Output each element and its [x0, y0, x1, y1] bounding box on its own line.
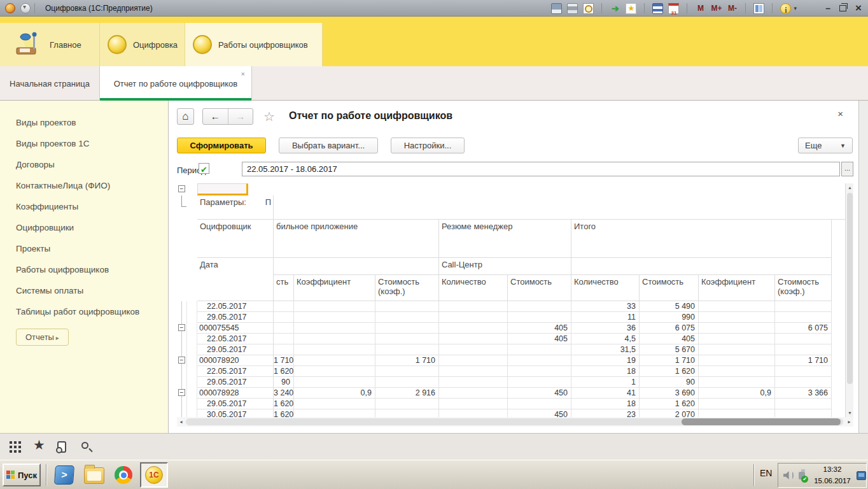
value-cell[interactable]: 1 620	[274, 409, 294, 417]
row-expander-icon[interactable]	[178, 324, 185, 331]
generate-button[interactable]: Сформировать	[177, 138, 266, 153]
value-cell[interactable]	[508, 312, 571, 323]
value-cell[interactable]	[508, 399, 571, 409]
tab-report[interactable]: Отчет по работе оцифровщиков	[100, 66, 252, 101]
speaker-icon[interactable]	[783, 471, 790, 479]
value-cell[interactable]: 33	[571, 301, 640, 312]
value-cell[interactable]	[439, 344, 508, 355]
value-cell[interactable]: 6 075	[640, 323, 699, 334]
memory-minus-icon[interactable]: M-	[727, 3, 738, 14]
date-cell[interactable]: 30.05.2017	[197, 409, 274, 417]
value-cell[interactable]	[294, 344, 375, 355]
value-cell[interactable]: 1 620	[274, 399, 294, 409]
value-cell[interactable]	[508, 301, 571, 312]
value-cell[interactable]	[439, 366, 508, 377]
header-date[interactable]: Дата	[197, 258, 274, 301]
value-cell[interactable]	[775, 344, 832, 355]
value-cell[interactable]: 2 916	[375, 388, 439, 399]
value-cell[interactable]	[375, 377, 439, 388]
value-cell[interactable]	[439, 388, 508, 399]
scroll-up-icon[interactable]	[846, 183, 854, 192]
subheader-cell[interactable]: Количество	[439, 275, 508, 301]
header-empty-cell[interactable]	[571, 258, 832, 275]
value-cell[interactable]	[699, 344, 775, 355]
value-cell[interactable]	[294, 366, 375, 377]
value-cell[interactable]	[775, 334, 832, 344]
value-cell[interactable]: 11	[571, 312, 640, 323]
ribbon-section-main[interactable]: Главное	[0, 23, 99, 66]
value-cell[interactable]	[699, 399, 775, 409]
usb-device-icon[interactable]	[799, 472, 806, 479]
value-cell[interactable]	[508, 366, 571, 377]
value-cell[interactable]: 1 710	[775, 355, 832, 366]
subheader-cell[interactable]: Коэффициент	[699, 275, 775, 301]
date-cell[interactable]: 29.05.2017	[197, 344, 274, 355]
memory-icon[interactable]: M	[695, 3, 706, 14]
value-cell[interactable]: 405	[640, 334, 699, 344]
value-cell[interactable]: 36	[571, 323, 640, 334]
split-window-icon[interactable]	[753, 3, 764, 14]
value-cell[interactable]	[775, 409, 832, 417]
value-cell[interactable]: 41	[571, 388, 640, 399]
value-cell[interactable]: 1 710	[274, 355, 294, 366]
subheader-cell[interactable]: Стоимость (коэф.)	[375, 275, 439, 301]
1c-taskbar-button[interactable]: 1С	[140, 462, 168, 488]
menu-grid-icon[interactable]	[10, 441, 12, 444]
value-cell[interactable]	[775, 366, 832, 377]
favorite-star-icon[interactable]	[263, 109, 275, 124]
row-expander-icon[interactable]	[178, 357, 185, 364]
reports-button[interactable]: Отчеты	[16, 329, 69, 346]
vertical-scrollbar[interactable]	[845, 183, 853, 417]
header-resume-manager[interactable]: Резюме менеджер	[439, 220, 571, 258]
value-cell[interactable]: 1 620	[640, 399, 699, 409]
scroll-down-icon[interactable]	[846, 409, 854, 417]
subheader-cell[interactable]: сть	[274, 275, 294, 301]
print-icon[interactable]	[567, 3, 578, 14]
header-empty-cell[interactable]	[274, 258, 439, 275]
value-cell[interactable]	[699, 409, 775, 417]
value-cell[interactable]: 0,9	[294, 388, 375, 399]
value-cell[interactable]: 1 620	[274, 366, 294, 377]
table-row[interactable]: 30.05.20171 620450232 070	[177, 409, 845, 417]
value-cell[interactable]	[699, 323, 775, 334]
info-icon[interactable]	[780, 3, 791, 14]
value-cell[interactable]	[439, 301, 508, 312]
favorites-star-icon[interactable]	[33, 437, 45, 453]
subheader-cell[interactable]: Количество	[571, 275, 640, 301]
value-cell[interactable]: 31,5	[571, 344, 640, 355]
value-cell[interactable]	[294, 377, 375, 388]
chrome-icon[interactable]	[115, 466, 132, 484]
value-cell[interactable]: 990	[640, 312, 699, 323]
sidebar-item[interactable]: Договоры	[0, 154, 168, 175]
horizontal-scroll-thumb[interactable]	[682, 418, 841, 425]
value-cell[interactable]	[775, 312, 832, 323]
value-cell[interactable]	[439, 323, 508, 334]
value-cell[interactable]	[439, 409, 508, 417]
value-cell[interactable]: 1 710	[640, 355, 699, 366]
value-cell[interactable]: 450	[508, 388, 571, 399]
value-cell[interactable]	[439, 334, 508, 344]
info-caret-icon[interactable]: ▾	[794, 5, 797, 11]
show-desktop-icon[interactable]	[857, 471, 866, 480]
value-cell[interactable]	[439, 312, 508, 323]
memory-plus-icon[interactable]: M+	[711, 3, 722, 14]
tab-close-icon[interactable]	[241, 70, 245, 78]
value-cell[interactable]: 90	[274, 377, 294, 388]
explorer-icon[interactable]	[84, 467, 104, 484]
system-menu-button[interactable]	[20, 3, 31, 13]
value-cell[interactable]	[699, 334, 775, 344]
more-button[interactable]: Еще ▼	[798, 138, 853, 153]
horizontal-scrollbar[interactable]	[177, 417, 853, 427]
value-cell[interactable]	[274, 334, 294, 344]
value-cell[interactable]: 405	[508, 334, 571, 344]
group-cell[interactable]: 000075545	[197, 323, 274, 334]
close-button[interactable]	[855, 2, 862, 15]
value-cell[interactable]: 18	[571, 399, 640, 409]
ribbon-section-digitizing[interactable]: Оцифровка	[99, 23, 185, 66]
value-cell[interactable]	[699, 312, 775, 323]
tray-clock[interactable]: 13:32 15.06.2017	[813, 464, 851, 486]
sidebar-item[interactable]: Работы оцифровщиков	[0, 259, 168, 280]
header-total[interactable]: Итого	[571, 220, 832, 258]
value-cell[interactable]: 5 490	[640, 301, 699, 312]
table-row[interactable]: 29.05.201711990	[177, 312, 845, 323]
